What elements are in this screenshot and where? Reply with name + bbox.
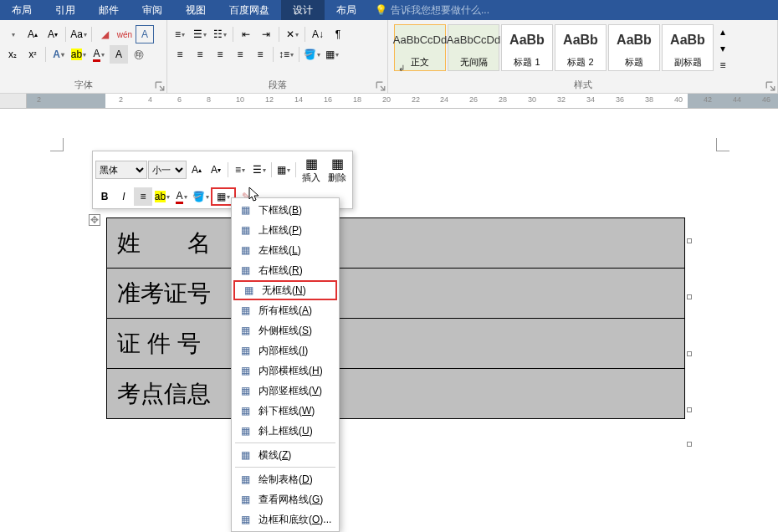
border-menu-item[interactable]: ▦绘制表格(D) <box>232 469 339 489</box>
tab-review[interactable]: 审阅 <box>131 0 174 20</box>
style-nospacing[interactable]: AaBbCcDd 无间隔 <box>448 24 499 71</box>
line-spacing-button[interactable]: ↕≡▾ <box>277 45 295 64</box>
grow-font-button[interactable]: A▴ <box>23 25 42 43</box>
mini-numbering-button[interactable]: ☰▾ <box>250 161 269 179</box>
borders-button[interactable]: ▦▾ <box>323 45 341 64</box>
sort-button[interactable]: A↓ <box>309 25 327 43</box>
table-row[interactable]: 考点信息 <box>107 369 685 419</box>
highlight-button[interactable]: ab▾ <box>69 45 88 64</box>
table-cell[interactable]: 证 件 号 <box>107 319 241 369</box>
font-color-button[interactable]: A▾ <box>90 45 108 64</box>
asia-layout-button[interactable]: ✕▾ <box>283 25 301 43</box>
clear-format-button[interactable]: ◢ <box>95 25 114 43</box>
mini-shrink-font-button[interactable]: A▾ <box>207 161 225 179</box>
doc-table[interactable]: 姓 名 准考证号 证 件 号 考点信息 <box>106 217 685 419</box>
mini-font-family-select[interactable]: 黑体 <box>95 161 147 179</box>
table-row-handle[interactable] <box>687 238 692 243</box>
border-menu-item[interactable]: ▦内部竖框线(V) <box>232 381 339 401</box>
table-cell[interactable]: 姓 名 <box>107 218 241 269</box>
styles-group-launcher-icon[interactable] <box>765 81 775 91</box>
tab-layout2[interactable]: 布局 <box>325 0 368 20</box>
shrink-font-button[interactable]: A▾ <box>44 25 62 43</box>
style-subtitle[interactable]: AaBb 副标题 <box>662 24 714 71</box>
style-gallery[interactable]: ↲ AaBbCcDd 正文 AaBbCcDd 无间隔 AaBb 标题 1 AaB… <box>394 24 714 71</box>
styles-expand-button[interactable]: ≡ <box>717 58 729 73</box>
border-menu-item[interactable]: ▦上框线(P) <box>232 220 339 240</box>
subscript-button[interactable]: x₂ <box>3 45 22 64</box>
table-cell[interactable]: 准考证号 <box>107 269 241 319</box>
style-heading1[interactable]: AaBb 标题 1 <box>501 24 553 71</box>
tab-references[interactable]: 引用 <box>44 0 87 20</box>
numbering-button[interactable]: ☰▾ <box>191 25 209 43</box>
mini-delete-button[interactable]: ▦删除 <box>325 154 350 186</box>
mini-shading-button[interactable]: 🪣▾ <box>192 187 210 206</box>
multilevel-button[interactable]: ☷▾ <box>211 25 229 43</box>
tab-mail[interactable]: 邮件 <box>87 0 131 20</box>
char-border-button[interactable]: A <box>136 25 154 43</box>
table-cell[interactable]: 考点信息 <box>107 369 241 419</box>
border-menu-item[interactable]: ▦内部框线(I) <box>232 340 339 361</box>
border-menu-item[interactable]: ▦横线(Z) <box>232 445 339 465</box>
border-menu-item[interactable]: ▦所有框线(A) <box>232 300 339 320</box>
table-row-handle[interactable] <box>687 294 692 299</box>
border-menu-item[interactable]: ▦下框线(B) <box>232 200 339 220</box>
align-center-button[interactable]: ≡ <box>191 45 209 64</box>
border-menu-item[interactable]: ▦斜下框线(W) <box>232 401 339 421</box>
table-row[interactable]: 姓 名 <box>107 218 685 269</box>
ruler-horizontal[interactable]: 2 2 4 6 8 10 12 14 16 18 20 22 24 26 28 … <box>27 94 778 108</box>
document-area[interactable]: ✥ 姓 名 准考证号 证 件 号 考点信息 黑体 小一 A▴ A▾ ≡▾ ☰▾ … <box>0 109 778 532</box>
mini-bold-button[interactable]: B <box>95 187 114 206</box>
border-menu-item[interactable]: ▦边框和底纹(O)... <box>232 509 339 529</box>
decrease-indent-button[interactable]: ⇤ <box>237 25 255 43</box>
mini-table-grid-button[interactable]: ▦▾ <box>274 161 293 179</box>
change-case-button[interactable]: Aa▾ <box>69 25 88 43</box>
tab-view[interactable]: 视图 <box>174 0 218 20</box>
border-menu-item[interactable]: ▦无框线(N) <box>233 280 337 300</box>
font-group-launcher-icon[interactable] <box>155 81 165 91</box>
border-menu-item[interactable]: ▦内部横框线(H) <box>232 361 339 381</box>
mini-insert-button[interactable]: ▦插入 <box>299 154 324 186</box>
shading-button[interactable]: 🪣▾ <box>303 45 321 64</box>
style-heading2[interactable]: AaBb 标题 2 <box>555 24 607 71</box>
tab-design[interactable]: 设计 <box>281 0 325 20</box>
show-marks-button[interactable]: ¶ <box>329 25 347 43</box>
border-menu-item[interactable]: ▦左框线(L) <box>232 240 339 260</box>
mini-font-size-select[interactable]: 小一 <box>148 161 187 179</box>
mini-highlight-button[interactable]: ab▾ <box>153 187 171 206</box>
superscript-button[interactable]: x² <box>23 45 42 64</box>
text-effects-button[interactable]: A▾ <box>49 45 68 64</box>
paragraph-group-launcher-icon[interactable] <box>376 81 386 91</box>
table-row-handle[interactable] <box>687 407 692 412</box>
border-menu-item[interactable]: ▦外侧框线(S) <box>232 320 339 340</box>
mini-align-button[interactable]: ≡ <box>134 187 152 206</box>
border-menu-item[interactable]: ▦斜上框线(U) <box>232 421 339 441</box>
tab-baidunetdisk[interactable]: 百度网盘 <box>218 0 281 20</box>
bullets-button[interactable]: ≡▾ <box>171 25 189 43</box>
align-right-button[interactable]: ≡ <box>211 45 229 64</box>
mini-font-color-button[interactable]: A▾ <box>172 187 191 206</box>
ruler[interactable]: 2 2 4 6 8 10 12 14 16 18 20 22 24 26 28 … <box>0 94 778 109</box>
char-shading-button[interactable]: A <box>110 45 128 64</box>
table-resize-handle[interactable] <box>687 442 692 447</box>
styles-scroll-up-button[interactable]: ▴ <box>717 24 729 39</box>
border-menu-item[interactable]: ▦右框线(R) <box>232 260 339 280</box>
table-row[interactable]: 准考证号 <box>107 269 685 319</box>
font-decrease-dropdown-icon[interactable]: ▾ <box>3 25 22 43</box>
style-normal[interactable]: ↲ AaBbCcDd 正文 <box>394 24 446 71</box>
mini-grow-font-button[interactable]: A▴ <box>187 161 206 179</box>
tab-layout1[interactable]: 布局 <box>0 0 44 20</box>
align-distribute-button[interactable]: ≡ <box>251 45 269 64</box>
table-row-handle[interactable] <box>687 351 692 356</box>
phonetic-guide-button[interactable]: wén <box>115 25 134 43</box>
style-title[interactable]: AaBb 标题 <box>608 24 660 71</box>
styles-scroll-down-button[interactable]: ▾ <box>717 41 729 56</box>
mini-italic-button[interactable]: I <box>115 187 133 206</box>
mini-bullets-button[interactable]: ≡▾ <box>231 161 249 179</box>
table-move-handle-icon[interactable]: ✥ <box>89 214 100 226</box>
table-row[interactable]: 证 件 号 <box>107 319 685 369</box>
align-left-button[interactable]: ≡ <box>171 45 189 64</box>
align-justify-button[interactable]: ≡ <box>231 45 249 64</box>
enclose-chars-button[interactable]: ㊞ <box>130 45 148 64</box>
border-menu-item[interactable]: ▦查看网格线(G) <box>232 489 339 509</box>
tell-me-search[interactable]: 💡 告诉我您想要做什么... <box>368 3 489 18</box>
